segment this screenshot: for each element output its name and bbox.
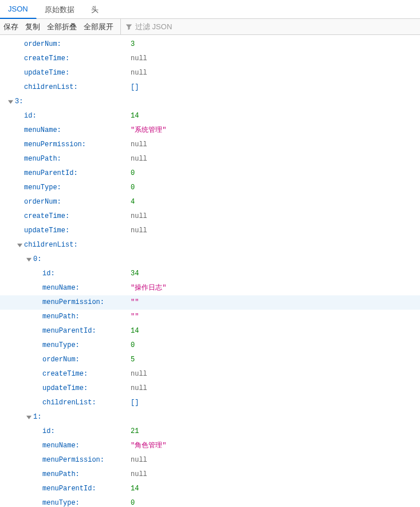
tree-row[interactable]: orderNum 3 — [0, 37, 420, 52]
json-key: id — [42, 424, 134, 439]
tree-row[interactable]: menuPermission null — [0, 138, 420, 152]
json-key: menuPermission — [42, 453, 134, 467]
expand-all-button[interactable]: 全部展开 — [84, 22, 113, 32]
tab-headers[interactable]: 头 — [83, 1, 107, 18]
tree-row[interactable]: menuParentId 14 — [0, 324, 420, 338]
json-value: 21 — [131, 424, 139, 439]
json-value: 5 — [131, 353, 135, 367]
json-key: childrenList — [24, 238, 116, 252]
json-key: updateTime — [42, 381, 134, 396]
tree-row[interactable]: updateTime null — [0, 66, 420, 80]
tree-row-expandable[interactable]: 0 — [0, 252, 420, 267]
json-value: "" — [131, 295, 139, 310]
json-key: id — [24, 109, 116, 123]
json-value: null — [131, 367, 147, 381]
json-key: menuName — [42, 281, 134, 295]
tab-json[interactable]: JSON — [0, 1, 37, 19]
json-key: updateTime — [24, 224, 116, 238]
json-value: 0 — [131, 496, 135, 507]
json-key: id — [42, 267, 134, 281]
collapse-all-button[interactable]: 全部折叠 — [47, 22, 77, 32]
tree-row[interactable]: id 14 — [0, 109, 420, 123]
json-key: menuType — [42, 496, 134, 507]
tree-row[interactable]: menuPermission "" — [0, 295, 420, 310]
tree-row[interactable]: menuPath "" — [0, 310, 420, 324]
collapse-icon[interactable] — [25, 256, 32, 263]
json-key: childrenList — [42, 396, 134, 410]
filter-input[interactable] — [135, 22, 417, 31]
tree-row[interactable]: orderNum 5 — [0, 353, 420, 367]
tree-row[interactable]: orderNum 4 — [0, 195, 420, 209]
collapse-icon[interactable] — [16, 242, 23, 249]
json-tree: orderNum 3 createTime null updateTime nu… — [0, 35, 420, 507]
json-key: orderNum — [42, 353, 134, 367]
tree-row[interactable]: menuPath null — [0, 152, 420, 166]
tree-row[interactable]: createTime null — [0, 367, 420, 381]
tree-row[interactable]: menuName "操作日志" — [0, 281, 420, 295]
json-value: null — [131, 52, 147, 66]
tree-row-expandable[interactable]: childrenList — [0, 238, 420, 252]
tree-row[interactable]: menuPermission null — [0, 453, 420, 467]
json-value: "系统管理" — [131, 123, 166, 138]
collapse-icon[interactable] — [7, 99, 14, 106]
tree-row[interactable]: createTime null — [0, 52, 420, 66]
tree-row[interactable]: childrenList [] — [0, 80, 420, 95]
json-value: [] — [131, 80, 139, 95]
json-key: orderNum — [24, 195, 116, 209]
tree-row-expandable[interactable]: 3 — [0, 95, 420, 109]
json-value: 0 — [131, 181, 135, 195]
json-value: null — [131, 152, 147, 166]
tree-row[interactable]: menuName "系统管理" — [0, 123, 420, 138]
json-key: menuPath — [42, 310, 134, 324]
filter-wrap — [120, 19, 417, 34]
json-key: menuParentId — [42, 482, 134, 496]
json-value: null — [131, 453, 147, 467]
json-key: updateTime — [24, 66, 116, 80]
json-key: menuPath — [42, 467, 134, 482]
copy-button[interactable]: 复制 — [25, 22, 40, 32]
collapse-icon[interactable] — [25, 414, 32, 421]
tree-row-expandable[interactable]: 1 — [0, 410, 420, 424]
save-button[interactable]: 保存 — [3, 22, 18, 32]
json-key: menuPermission — [24, 138, 116, 152]
json-value: "" — [131, 310, 139, 324]
json-key: childrenList — [24, 80, 116, 95]
tree-row[interactable]: updateTime null — [0, 224, 420, 238]
toolbar: 保存 复制 全部折叠 全部展开 — [0, 19, 420, 35]
json-value: 14 — [131, 324, 139, 338]
tree-row[interactable]: menuType 0 — [0, 338, 420, 353]
tree-row[interactable]: menuType 0 — [0, 496, 420, 507]
json-value: null — [131, 467, 147, 482]
json-value: 14 — [131, 482, 139, 496]
tree-row[interactable]: menuParentId 0 — [0, 166, 420, 181]
tabs-bar: JSON 原始数据 头 — [0, 0, 420, 19]
json-key: orderNum — [24, 37, 116, 52]
json-value: null — [131, 381, 147, 396]
json-key: menuName — [42, 439, 134, 453]
tree-row[interactable]: menuName "角色管理" — [0, 439, 420, 453]
tab-raw[interactable]: 原始数据 — [37, 1, 83, 18]
tree-row[interactable]: childrenList [] — [0, 396, 420, 410]
tree-row[interactable]: menuType 0 — [0, 181, 420, 195]
tree-row[interactable]: menuParentId 14 — [0, 482, 420, 496]
json-key: menuParentId — [42, 324, 134, 338]
json-value: "操作日志" — [131, 281, 166, 295]
json-key: menuPath — [24, 152, 116, 166]
json-value: 0 — [131, 166, 135, 181]
tree-row[interactable]: id 21 — [0, 424, 420, 439]
json-value: 3 — [131, 37, 135, 52]
json-value: null — [131, 209, 147, 224]
json-value: null — [131, 224, 147, 238]
json-key: 0 — [33, 252, 125, 267]
json-value: 0 — [131, 338, 135, 353]
tree-row[interactable]: updateTime null — [0, 381, 420, 396]
tree-row[interactable]: id 34 — [0, 267, 420, 281]
json-key: menuParentId — [24, 166, 116, 181]
json-value: 4 — [131, 195, 135, 209]
json-key: menuType — [24, 181, 116, 195]
tree-row[interactable]: createTime null — [0, 209, 420, 224]
tree-row[interactable]: menuPath null — [0, 467, 420, 482]
json-key: createTime — [24, 52, 116, 66]
json-key: createTime — [24, 209, 116, 224]
json-key: menuPermission — [42, 295, 134, 310]
